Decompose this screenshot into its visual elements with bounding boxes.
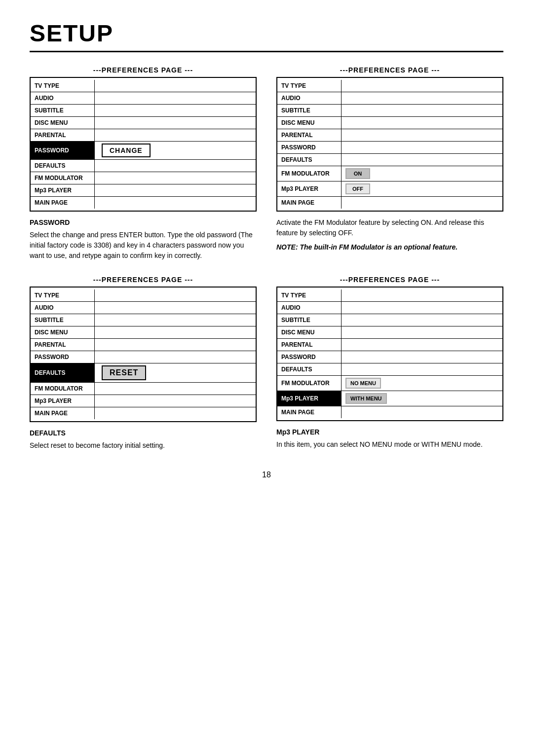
menu-label-password-br: PASSWORD [277, 351, 342, 363]
menu-label-main-tl: MAIN PAGE [31, 197, 95, 209]
menu-label-main-tr: MAIN PAGE [277, 197, 342, 209]
menu-label-subtitle-bl: SUBTITLE [31, 314, 95, 326]
menu-label-password-tr: PASSWORD [277, 142, 342, 153]
change-button[interactable]: CHANGE [102, 144, 151, 157]
menu-label-parental-tr: PARENTAL [277, 129, 342, 141]
menu-value-password-tr [342, 142, 502, 153]
menu-row-disc-menu-tr: DISC MENU [277, 117, 502, 129]
menu-row-audio-tl: AUDIO [31, 92, 256, 105]
menu-value-tv-type-tr [342, 80, 502, 92]
menu-row-password-tr: PASSWORD [277, 142, 502, 154]
menu-value-mp3-tl [95, 184, 256, 196]
menu-value-subtitle-bl [95, 314, 256, 326]
menu-row-mp3-tr: Mp3 PLAYER OFF [277, 181, 502, 197]
section-top-left: ---PREFERENCES PAGE --- TV TYPE AUDIO SU… [30, 66, 257, 261]
menu-label-disc-menu-br: DISC MENU [277, 326, 342, 338]
menu-value-main-tl [95, 197, 256, 209]
menu-label-defaults-br: DEFAULTS [277, 363, 342, 375]
title-divider [30, 51, 503, 52]
menu-value-defaults-tl [95, 160, 256, 172]
menu-label-tv-type-br: TV TYPE [277, 289, 342, 301]
desc-text-bottom-left: Select reset to become factory initial s… [30, 440, 257, 451]
menu-row-defaults-tr: DEFAULTS [277, 154, 502, 166]
menu-row-tv-type-bl: TV TYPE [31, 289, 256, 302]
menu-value-disc-menu-bl [95, 326, 256, 338]
menu-label-defaults-tl: DEFAULTS [31, 160, 95, 172]
menu-value-subtitle-tl [95, 105, 256, 116]
menu-row-subtitle-br: SUBTITLE [277, 314, 502, 326]
pref-heading-bottom-right: ---PREFERENCES PAGE --- [276, 276, 503, 284]
pref-heading-top-right: ---PREFERENCES PAGE --- [276, 66, 503, 74]
desc-text-top-left: Select the change and press ENTER button… [30, 230, 257, 261]
menu-row-defaults-br: DEFAULTS [277, 363, 502, 376]
menu-row-fm-tr: FM MODULATOR ON [277, 166, 502, 181]
menu-row-tv-type-tl: TV TYPE [31, 80, 256, 92]
menu-value-defaults-bl: RESET [95, 363, 256, 382]
menu-value-tv-type-tl [95, 80, 256, 92]
menu-label-disc-menu-tr: DISC MENU [277, 117, 342, 129]
menu-label-fm-tr: FM MODULATOR [277, 166, 342, 181]
menu-value-parental-tr [342, 129, 502, 141]
menu-label-parental-tl: PARENTAL [31, 129, 95, 141]
section-bottom-right: ---PREFERENCES PAGE --- TV TYPE AUDIO SU… [276, 276, 503, 451]
menu-value-parental-tl [95, 129, 256, 141]
menu-value-tv-type-bl [95, 289, 256, 301]
menu-row-main-bl: MAIN PAGE [31, 407, 256, 419]
menu-label-audio-tr: AUDIO [277, 92, 342, 104]
menu-row-tv-type-tr: TV TYPE [277, 80, 502, 92]
menu-box-top-left: TV TYPE AUDIO SUBTITLE DISC MENU PARENTA… [30, 77, 257, 212]
menu-label-audio-bl: AUDIO [31, 302, 95, 314]
menu-row-mp3-tl: Mp3 PLAYER [31, 184, 256, 197]
menu-value-disc-menu-br [342, 326, 502, 338]
menu-row-main-br: MAIN PAGE [277, 406, 502, 418]
menu-row-fm-bl: FM MODULATOR [31, 383, 256, 395]
mp3-off-option[interactable]: OFF [345, 183, 370, 194]
menu-label-parental-bl: PARENTAL [31, 339, 95, 351]
with-menu-option[interactable]: WITH MENU [345, 393, 387, 404]
menu-row-subtitle-bl: SUBTITLE [31, 314, 256, 326]
menu-row-audio-tr: AUDIO [277, 92, 502, 105]
menu-row-mp3-br: Mp3 PLAYER WITH MENU [277, 391, 502, 406]
menu-label-fm-tl: FM MODULATOR [31, 172, 95, 184]
menu-value-audio-tl [95, 92, 256, 104]
menu-row-subtitle-tr: SUBTITLE [277, 105, 502, 117]
desc-title-bottom-right: Mp3 PLAYER [276, 427, 503, 437]
menu-label-fm-br: FM MODULATOR [277, 376, 342, 391]
menu-row-main-tr: MAIN PAGE [277, 197, 502, 209]
desc-title-bottom-left: DEFAULTS [30, 428, 257, 438]
menu-row-mp3-bl: Mp3 PLAYER [31, 395, 256, 407]
menu-label-disc-menu-tl: DISC MENU [31, 117, 95, 129]
menu-value-password-br [342, 351, 502, 363]
reset-button[interactable]: RESET [102, 365, 146, 380]
menu-value-main-tr [342, 197, 502, 209]
menu-value-parental-bl [95, 339, 256, 351]
menu-value-disc-menu-tr [342, 117, 502, 129]
menu-row-fm-br: FM MODULATOR NO MENU [277, 376, 502, 391]
menu-value-parental-br [342, 339, 502, 351]
menu-label-mp3-bl: Mp3 PLAYER [31, 395, 95, 407]
menu-value-main-bl [95, 407, 256, 419]
section-bottom-left: ---PREFERENCES PAGE --- TV TYPE AUDIO SU… [30, 276, 257, 451]
menu-value-fm-tl [95, 172, 256, 184]
menu-label-mp3-tl: Mp3 PLAYER [31, 184, 95, 196]
no-menu-option[interactable]: NO MENU [345, 378, 381, 389]
menu-row-disc-menu-bl: DISC MENU [31, 326, 256, 339]
menu-box-bottom-left: TV TYPE AUDIO SUBTITLE DISC MENU PARENTA… [30, 287, 257, 422]
menu-label-disc-menu-bl: DISC MENU [31, 326, 95, 338]
menu-label-tv-type-tr: TV TYPE [277, 80, 342, 92]
menu-row-audio-br: AUDIO [277, 302, 502, 314]
menu-value-main-br [342, 406, 502, 418]
menu-row-password-bl: PASSWORD [31, 351, 256, 363]
fm-on-option[interactable]: ON [345, 168, 370, 179]
menu-value-tv-type-br [342, 289, 502, 301]
menu-row-parental-bl: PARENTAL [31, 339, 256, 351]
menu-box-bottom-right: TV TYPE AUDIO SUBTITLE DISC MENU PARENTA… [276, 287, 503, 421]
menu-row-password-br: PASSWORD [277, 351, 502, 363]
menu-row-main-tl: MAIN PAGE [31, 197, 256, 209]
menu-row-password-tl: PASSWORD CHANGE [31, 142, 256, 160]
menu-value-password-tl: CHANGE [95, 142, 256, 159]
menu-label-audio-tl: AUDIO [31, 92, 95, 104]
menu-row-audio-bl: AUDIO [31, 302, 256, 314]
page-title: SETUP [30, 20, 503, 47]
menu-value-subtitle-tr [342, 105, 502, 116]
